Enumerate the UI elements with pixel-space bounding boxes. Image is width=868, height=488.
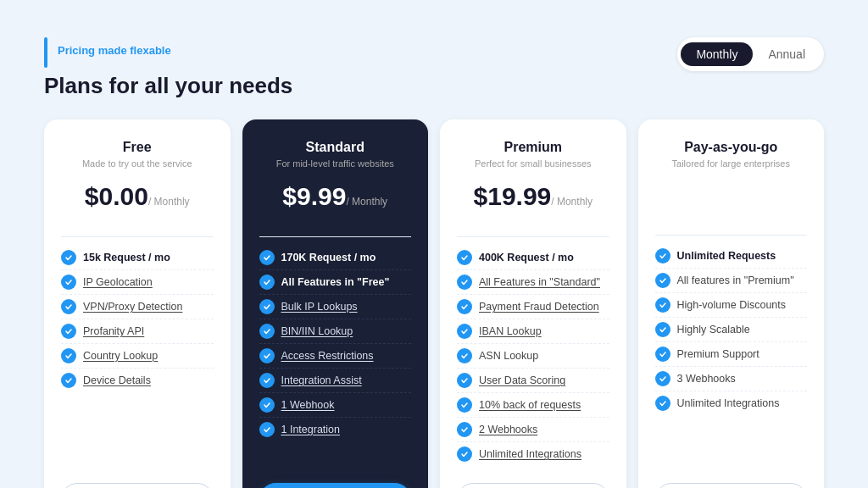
check-icon — [61, 324, 76, 339]
check-icon — [61, 250, 76, 265]
feature-text: Country Lookup — [83, 350, 158, 362]
feature-item: 2 Webhooks — [457, 418, 609, 442]
divider — [655, 235, 808, 236]
plan-price-premium: $19.99/ Monthly — [457, 182, 609, 211]
price-dash: --- — [655, 182, 808, 209]
features-list-free: 15k Request / moIP GeolocationVPN/Proxy … — [61, 246, 214, 466]
feature-text: 2 Webhooks — [479, 424, 537, 435]
check-icon — [259, 373, 275, 388]
feature-item: IBAN Lookup — [457, 319, 609, 344]
plan-name-free: Free — [61, 140, 214, 155]
price-amount: $19.99 — [474, 182, 552, 210]
feature-item: Device Details — [61, 369, 214, 392]
feature-item: Payment Fraud Detection — [457, 295, 609, 319]
price-period: / Monthly — [551, 196, 593, 208]
feature-item: 1 Webhook — [259, 393, 412, 418]
feature-item: 15k Request / mo — [61, 246, 214, 270]
check-icon — [259, 397, 275, 413]
feature-item: VPN/Proxy Detection — [61, 295, 214, 319]
plan-tagline-premium: Perfect for small businesses — [457, 158, 609, 169]
feature-item: All Features in "Standard" — [457, 270, 609, 295]
feature-text: 3 Webhooks — [677, 373, 736, 385]
annual-toggle[interactable]: Annual — [753, 42, 821, 66]
plan-name-premium: Premium — [457, 140, 609, 155]
feature-text: Access Restrictions — [281, 350, 374, 362]
feature-item: 400K Request / mo — [457, 246, 609, 270]
check-icon — [61, 274, 76, 290]
price-period: / Monthly — [148, 196, 190, 208]
feature-item: 10% back of requests — [457, 393, 609, 418]
plan-card-payg: Pay-as-you-goTailored for large enterpri… — [638, 119, 825, 488]
pricing-label: Pricing made flexable — [58, 44, 171, 57]
feature-text: Profanity API — [83, 325, 144, 337]
plan-name-payg: Pay-as-you-go — [655, 140, 808, 155]
header-row: Pricing made flexable Plans for all your… — [44, 37, 824, 99]
feature-item: Profanity API — [61, 319, 214, 344]
check-icon — [457, 422, 472, 437]
feature-item: Premium Support — [655, 342, 808, 367]
feature-item: 170K Request / mo — [259, 246, 412, 270]
check-icon — [259, 250, 275, 265]
price-period: / Monthly — [346, 196, 387, 208]
feature-text: Premium Support — [677, 348, 760, 360]
check-icon — [259, 422, 275, 437]
feature-item: Bulk IP Lookups — [259, 295, 412, 319]
feature-text: All features in "Premium" — [677, 274, 794, 286]
plan-name-standard: Standard — [259, 140, 412, 155]
check-icon — [655, 297, 670, 313]
plan-price-standard: $9.99/ Monthly — [259, 182, 412, 211]
feature-text: All Features in "Free" — [281, 276, 390, 288]
check-icon — [61, 299, 76, 314]
page-wrapper: Pricing made flexable Plans for all your… — [17, 17, 851, 488]
plan-tagline-free: Made to try out the service — [61, 158, 214, 169]
plan-card-free: FreeMade to try out the service$0.00/ Mo… — [44, 119, 231, 488]
feature-item: IP Geolocation — [61, 270, 214, 295]
feature-item: User Data Scoring — [457, 369, 609, 393]
check-icon — [457, 373, 472, 388]
feature-text: 10% back of requests — [479, 399, 581, 411]
check-icon — [259, 299, 275, 314]
feature-text: Integration Assist — [281, 374, 362, 386]
page-title: Plans for all your needs — [44, 73, 292, 99]
plan-card-premium: PremiumPerfect for small businesses$19.9… — [440, 119, 626, 488]
feature-item: Unlimited Integrations — [655, 391, 808, 415]
check-icon — [655, 248, 670, 263]
feature-text: Unlimited Integrations — [479, 448, 581, 460]
check-icon — [457, 274, 472, 290]
plan-card-standard: StandardFor mid-level traffic websites$9… — [242, 119, 429, 488]
check-icon — [457, 348, 472, 363]
feature-text: 1 Webhook — [281, 399, 335, 411]
feature-text: User Data Scoring — [479, 374, 565, 386]
feature-item: All Features in "Free" — [259, 270, 412, 295]
plan-tagline-standard: For mid-level traffic websites — [259, 158, 412, 169]
feature-text: IBAN Lookup — [479, 325, 542, 337]
cta-button-payg[interactable]: Calculate — [655, 483, 808, 488]
price-amount: $0.00 — [85, 182, 148, 210]
check-icon — [655, 347, 670, 362]
plan-tagline-payg: Tailored for large enterprises — [655, 158, 808, 169]
feature-item: Country Lookup — [61, 344, 214, 369]
cta-button-free[interactable]: Select Plan — [61, 483, 214, 488]
monthly-toggle[interactable]: Monthly — [681, 42, 753, 66]
divider — [259, 236, 412, 237]
feature-item: Highly Scalable — [655, 318, 808, 342]
features-list-payg: Unlimited RequestsAll features in "Premi… — [655, 244, 808, 466]
check-icon — [457, 250, 472, 265]
feature-text: ASN Lookup — [479, 350, 538, 362]
cta-button-premium[interactable]: Select Plan — [457, 483, 609, 488]
plans-grid: FreeMade to try out the service$0.00/ Mo… — [44, 119, 824, 488]
check-icon — [655, 371, 670, 386]
billing-toggle: Monthly Annual — [677, 37, 824, 71]
header-accent — [44, 37, 47, 68]
feature-text: 400K Request / mo — [479, 252, 574, 263]
cta-button-standard[interactable]: Select Plan — [259, 483, 412, 488]
check-icon — [259, 324, 275, 339]
feature-text: Unlimited Integrations — [677, 397, 780, 409]
check-icon — [61, 373, 76, 388]
plan-price-free: $0.00/ Monthly — [61, 182, 214, 211]
feature-text: Highly Scalable — [677, 324, 750, 336]
feature-item: Access Restrictions — [259, 344, 412, 369]
plan-price-payg: --- — [655, 182, 808, 209]
feature-text: 15k Request / mo — [83, 252, 170, 263]
feature-item: Unlimited Integrations — [457, 442, 609, 466]
